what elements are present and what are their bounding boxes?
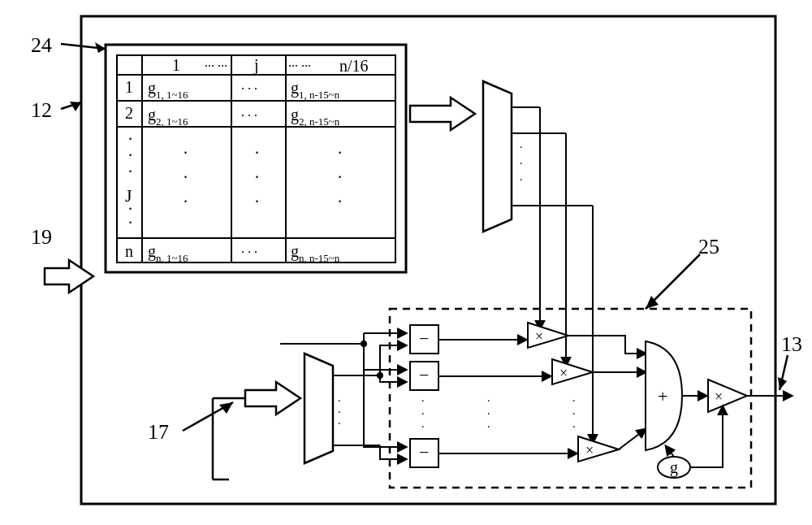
times-label-out: × xyxy=(715,388,723,405)
svg-text:·: · xyxy=(128,146,132,164)
svg-text:·: · xyxy=(338,395,341,407)
col-right-dots: ··· ··· xyxy=(288,59,311,73)
svg-text:·: · xyxy=(255,193,259,210)
multiplier-1: × xyxy=(528,323,568,348)
ref-25: 25 xyxy=(698,235,719,258)
times-label-1: × xyxy=(535,328,543,345)
subtractor-n: − xyxy=(410,439,438,467)
input-17-line xyxy=(213,382,300,479)
row-n: n xyxy=(125,242,133,260)
svg-text:·: · xyxy=(487,395,490,407)
times-label-2: × xyxy=(559,365,568,381)
col-j: j xyxy=(253,56,259,75)
svg-text:·: · xyxy=(421,395,425,407)
cell-mid-dots-1: · · · xyxy=(241,82,257,96)
ref-19: 19 xyxy=(31,225,52,249)
row-2: 2 xyxy=(125,104,133,122)
svg-text:·: · xyxy=(520,174,523,186)
svg-text:·: · xyxy=(338,406,341,419)
cell-mid-dots-n: · · · xyxy=(241,245,257,259)
cell-mid-dots-2: · · · xyxy=(241,109,257,123)
subtractor-2: − xyxy=(410,362,438,390)
lower-mux xyxy=(304,354,333,463)
svg-text:·: · xyxy=(184,193,188,210)
coefficient-table: 1 ··· ··· j ··· ··· n/16 1 2 J n · · · ·… xyxy=(106,45,406,272)
svg-text:·: · xyxy=(128,214,132,232)
g-label: g xyxy=(670,458,678,477)
svg-line-61 xyxy=(666,446,674,457)
ref-12: 12 xyxy=(31,98,52,122)
times-label-n: × xyxy=(585,442,594,458)
row-dots: · xyxy=(128,130,132,148)
svg-text:·: · xyxy=(184,168,188,186)
row-1: 1 xyxy=(125,78,133,96)
svg-text:·: · xyxy=(128,163,132,180)
svg-text:·: · xyxy=(338,418,341,430)
svg-text:·: · xyxy=(520,158,523,170)
ref-24: 24 xyxy=(31,33,52,57)
svg-text:·: · xyxy=(338,193,342,210)
svg-text:·: · xyxy=(255,144,259,162)
col-1: 1 xyxy=(172,56,180,74)
svg-text:·: · xyxy=(572,408,576,420)
svg-text:·: · xyxy=(487,408,490,420)
diagram-canvas: 24 12 19 1 ··· ··· j ··· ··· n/16 1 2 J … xyxy=(0,0,812,525)
minus-label-1: − xyxy=(419,328,429,349)
output-multiplier: × xyxy=(708,380,747,412)
svg-text:·: · xyxy=(338,168,342,186)
multiplier-2: × xyxy=(552,359,593,384)
svg-text:·: · xyxy=(520,141,523,154)
ref-17: 17 xyxy=(148,420,169,444)
minus-label-2: − xyxy=(419,365,429,385)
svg-text:·: · xyxy=(487,421,490,433)
svg-text:·: · xyxy=(184,144,188,162)
plus-label: + xyxy=(658,386,667,406)
ref-13: 13 xyxy=(781,332,802,356)
svg-text:·: · xyxy=(255,168,259,186)
upper-mux xyxy=(483,81,512,232)
bus-arrow-table-to-mux xyxy=(410,98,475,130)
input-arrow-19 xyxy=(45,260,93,293)
svg-text:·: · xyxy=(572,395,576,407)
svg-text:·: · xyxy=(572,421,576,433)
svg-text:·: · xyxy=(421,421,425,433)
multiplier-n: × xyxy=(578,436,619,462)
svg-text:·: · xyxy=(338,144,342,162)
minus-label-n: − xyxy=(419,442,429,462)
svg-text:·: · xyxy=(421,408,425,420)
subtractor-1: − xyxy=(410,325,438,354)
col-n16: n/16 xyxy=(339,57,369,75)
col-left-dots: ··· ··· xyxy=(205,59,227,73)
